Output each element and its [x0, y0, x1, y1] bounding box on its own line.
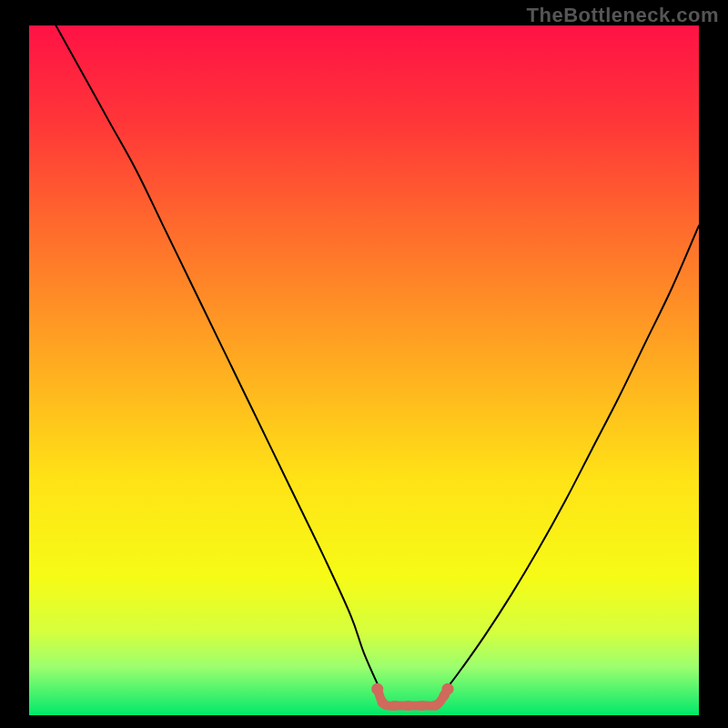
- watermark-text: TheBottleneck.com: [527, 4, 719, 27]
- plot-area: [29, 25, 699, 715]
- trough-endcap-0: [371, 683, 383, 695]
- gradient-background: [29, 25, 699, 715]
- chart-frame: TheBottleneck.com: [0, 0, 728, 728]
- bottleneck-chart: [29, 25, 699, 715]
- trough-endcap-1: [442, 683, 454, 695]
